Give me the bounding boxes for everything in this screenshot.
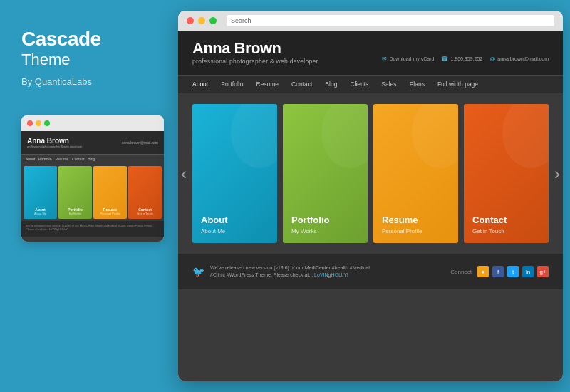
theme-title-block: Cascade Theme bbox=[21, 29, 101, 76]
linkedin-icon[interactable]: in bbox=[522, 266, 534, 277]
site-name-row: Anna Brown professional photographer & w… bbox=[192, 39, 549, 65]
mini-name-text: Anna Brown bbox=[27, 137, 82, 145]
twitter-icon[interactable]: t bbox=[507, 266, 519, 277]
mini-card-resume: Resume Personal Profile bbox=[93, 166, 127, 219]
vcard-icon: ✉ bbox=[382, 56, 387, 62]
mini-nav: About Portfolio Resume Contact Blog bbox=[21, 154, 164, 164]
mini-nav-about: About bbox=[26, 157, 35, 161]
site-contact-info: ✉ Download my vCard ☎ 1.800.359.252 @ an… bbox=[382, 56, 549, 65]
rss-icon[interactable]: ● bbox=[477, 266, 489, 277]
nav-clients[interactable]: Clients bbox=[350, 81, 368, 88]
mini-site-name: Anna Brown professional photographer & w… bbox=[27, 137, 82, 148]
card-resume-title: Resume bbox=[382, 215, 450, 225]
theme-author: By QuanticaLabs bbox=[21, 76, 92, 87]
twitter-bird-icon: 🐦 bbox=[192, 266, 204, 277]
large-dot-yellow[interactable] bbox=[198, 17, 205, 24]
url-text: Search bbox=[231, 17, 252, 24]
connect-label: Connect bbox=[450, 269, 472, 275]
small-titlebar bbox=[21, 115, 164, 131]
hero-card-resume[interactable]: Resume Personal Profile bbox=[373, 104, 458, 243]
mini-nav-resume: Resume bbox=[55, 157, 68, 161]
prev-arrow[interactable]: ‹ bbox=[181, 164, 187, 184]
hero-card-about[interactable]: About About Me bbox=[192, 104, 277, 243]
dot-yellow-small bbox=[36, 120, 41, 126]
large-dot-green[interactable] bbox=[209, 17, 217, 24]
site-name: Anna Brown bbox=[192, 39, 318, 58]
card-resume-sub: Personal Profile bbox=[382, 228, 450, 234]
large-dot-red[interactable] bbox=[187, 17, 194, 24]
phone-item: ☎ 1.800.359.252 bbox=[441, 56, 482, 62]
next-arrow[interactable]: › bbox=[554, 164, 560, 184]
dot-green-small bbox=[44, 120, 50, 126]
nav-about[interactable]: About bbox=[192, 81, 208, 88]
website-body: Anna Brown professional photographer & w… bbox=[178, 31, 563, 381]
mini-card-contact-sub: Get in Touch bbox=[137, 212, 152, 215]
nav-fullwidth[interactable]: Full width page bbox=[437, 81, 478, 88]
mini-card-portfolio-sub: My Works bbox=[69, 212, 82, 215]
dot-red-small bbox=[27, 120, 33, 126]
site-name-block: Anna Brown professional photographer & w… bbox=[192, 39, 318, 65]
small-preview-body: Anna Brown professional photographer & w… bbox=[21, 131, 164, 242]
nav-resume[interactable]: Resume bbox=[256, 81, 279, 88]
googleplus-icon[interactable]: g+ bbox=[537, 266, 549, 277]
nav-blog[interactable]: Blog bbox=[325, 81, 337, 88]
hero-card-portfolio[interactable]: Portfolio My Works bbox=[283, 104, 368, 243]
large-titlebar: Search bbox=[178, 11, 563, 31]
theme-subtitle: Theme bbox=[21, 51, 101, 69]
mini-footer: We've released new version (v13.6) of ou… bbox=[21, 221, 164, 237]
mini-header: Anna Brown professional photographer & w… bbox=[21, 131, 164, 154]
email-item: @ anna.brown@mail.com bbox=[489, 56, 549, 62]
phone-number: 1.800.359.252 bbox=[450, 56, 482, 61]
social-icons: ● f t in g+ bbox=[477, 266, 549, 277]
card-portfolio-title: Portfolio bbox=[291, 215, 359, 225]
vcard-item: ✉ Download my vCard bbox=[382, 56, 434, 62]
large-browser-preview: Search Anna Brown professional photograp… bbox=[178, 11, 563, 381]
footer-tweet: 🐦 We've released new version (v13.6) of … bbox=[192, 264, 370, 279]
hero-cards: About About Me Portfolio My Works Resume… bbox=[192, 104, 549, 243]
site-nav: About Portfolio Resume Contact Blog Clie… bbox=[178, 75, 563, 93]
mini-card-portfolio: Portfolio My Works bbox=[58, 166, 92, 219]
theme-title: Cascade bbox=[21, 29, 101, 51]
tweet-content: We've released new version (v13.6) of ou… bbox=[210, 264, 370, 279]
phone-icon: ☎ bbox=[441, 56, 448, 62]
mini-contact: anna.brown@mail.com bbox=[122, 140, 158, 145]
site-header: Anna Brown professional photographer & w… bbox=[178, 31, 563, 75]
email-icon: @ bbox=[489, 56, 495, 62]
facebook-icon[interactable]: f bbox=[492, 266, 504, 277]
address-bar[interactable]: Search bbox=[227, 15, 554, 26]
nav-contact[interactable]: Contact bbox=[291, 81, 312, 88]
mini-tagline: professional photographer & web develope… bbox=[27, 145, 82, 148]
nav-portfolio[interactable]: Portfolio bbox=[221, 81, 243, 88]
mini-card-about: About About Me bbox=[24, 166, 57, 219]
mini-nav-contact: Contact bbox=[72, 157, 84, 161]
hero-section: ‹ About About Me Portfolio My Works Resu… bbox=[178, 93, 563, 254]
site-tagline: professional photographer & web develope… bbox=[192, 58, 318, 65]
tweet-link[interactable]: LoVINgHOLLY! bbox=[314, 272, 348, 277]
mini-cards: About About Me Portfolio My Works Resume… bbox=[21, 164, 164, 221]
card-about-title: About bbox=[201, 215, 269, 225]
site-footer: 🐦 We've released new version (v13.6) of … bbox=[178, 254, 563, 289]
nav-sales[interactable]: Sales bbox=[381, 81, 396, 88]
card-contact-title: Contact bbox=[472, 215, 540, 225]
vcard-label: Download my vCard bbox=[389, 56, 434, 61]
card-portfolio-sub: My Works bbox=[291, 228, 359, 234]
email-address: anna.brown@mail.com bbox=[497, 56, 549, 61]
hero-card-contact[interactable]: Contact Get in Touch bbox=[464, 104, 549, 243]
mini-nav-blog: Blog bbox=[88, 157, 95, 161]
card-contact-sub: Get in Touch bbox=[472, 228, 540, 234]
left-panel: Cascade Theme By QuanticaLabs Anna Brown… bbox=[0, 0, 171, 392]
mini-card-resume-sub: Personal Profile bbox=[100, 212, 120, 215]
nav-plans[interactable]: Plans bbox=[410, 81, 425, 88]
mini-nav-portfolio: Portfolio bbox=[38, 157, 51, 161]
card-about-sub: About Me bbox=[201, 228, 269, 234]
small-browser-preview: Anna Brown professional photographer & w… bbox=[21, 115, 164, 242]
mini-card-about-sub: About Me bbox=[34, 212, 46, 215]
mini-card-contact: Contact Get in Touch bbox=[128, 166, 162, 219]
footer-connect: Connect ● f t in g+ bbox=[450, 266, 549, 277]
